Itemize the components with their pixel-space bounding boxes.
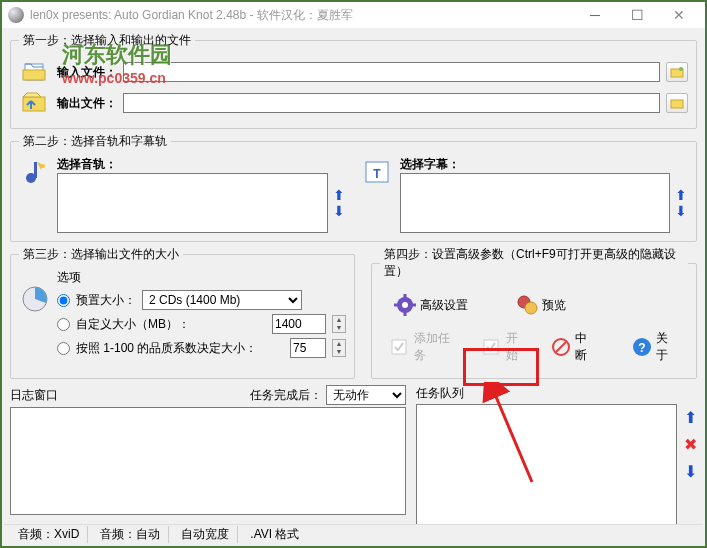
subtitle-down-button[interactable]: ⬇ [674,204,688,218]
step2-group: 第二步：选择音轨和字幕轨 选择音轨： ⬆ ⬇ [10,133,697,242]
svg-text:?: ? [638,341,645,355]
output-file-label: 输出文件： [57,95,117,112]
preset-size-label: 预置大小： [76,292,136,309]
log-textarea[interactable] [10,407,406,515]
folder-icon [670,97,684,109]
svg-point-3 [679,67,683,71]
quality-field[interactable]: 75 [290,338,326,358]
browse-input-button[interactable] [666,62,688,82]
svg-point-13 [402,302,408,308]
abort-button[interactable]: 中断 [546,328,603,366]
svg-text:T: T [373,167,381,181]
preset-size-radio[interactable] [57,294,70,307]
titlebar: len0x presents: Auto Gordian Knot 2.48b … [2,2,705,28]
window-title: len0x presents: Auto Gordian Knot 2.48b … [30,7,575,24]
browse-output-button[interactable] [666,93,688,113]
audio-track-label: 选择音轨： [57,156,346,173]
maximize-button[interactable]: ☐ [617,4,657,26]
audio-down-button[interactable]: ⬇ [332,204,346,218]
svg-rect-1 [23,70,45,80]
audio-up-button[interactable]: ⬆ [332,188,346,202]
add-task-icon [388,336,410,358]
log-title: 日志窗口 [10,387,58,404]
subtitle-track-list[interactable] [400,173,671,233]
queue-up-button[interactable]: ⬆ [684,408,697,427]
svg-rect-5 [671,100,683,108]
status-width: 自动宽度 [173,526,238,543]
custom-size-label: 自定义大小（MB）： [76,316,190,333]
custom-size-field[interactable]: 1400 [272,314,326,334]
minimize-button[interactable]: ─ [575,4,615,26]
svg-point-19 [525,302,537,314]
status-format: .AVI 格式 [242,526,307,543]
gear-icon [394,294,416,316]
statusbar: 音频：XviD 音频：自动 自动宽度 .AVI 格式 [4,524,703,544]
subtitle-track-label: 选择字幕： [400,156,689,173]
after-task-select[interactable]: 无动作 [326,385,406,405]
app-icon [8,7,24,23]
preview-button[interactable]: 预览 [512,292,570,318]
svg-line-23 [556,342,566,352]
after-task-label: 任务完成后： [250,387,322,404]
quality-label: 按照 1-100 的品质系数决定大小： [76,340,257,357]
film-icon [516,294,538,316]
output-file-icon [19,89,51,117]
audio-track-list[interactable] [57,173,328,233]
size-icon [19,283,51,315]
input-file-icon [19,58,51,86]
queue-list[interactable] [416,404,677,534]
quality-radio[interactable] [57,342,70,355]
advanced-settings-button[interactable]: 高级设置 [390,292,472,318]
input-file-label: 输入文件： [57,64,117,81]
step1-group: 第一步：选择输入和输出的文件 输入文件： 输出文件： [10,32,697,129]
folder-open-icon [670,66,684,78]
step4-group: 第四步：设置高级参数（Ctrl+F9可打开更高级的隐藏设置） 高级设置 预览 添… [371,246,697,379]
step4-legend: 第四步：设置高级参数（Ctrl+F9可打开更高级的隐藏设置） [380,246,688,280]
queue-title: 任务队列 [416,386,464,400]
step2-legend: 第二步：选择音轨和字幕轨 [19,133,171,150]
queue-delete-button[interactable]: ✖ [684,435,697,454]
about-button[interactable]: ? 关于 [627,328,684,366]
custom-size-radio[interactable] [57,318,70,331]
input-file-field[interactable] [123,62,660,82]
add-task-button[interactable]: 添加任务 [384,328,465,366]
custom-size-spinner[interactable]: ▲▼ [332,315,346,333]
play-icon [481,336,503,358]
audio-icon [19,156,51,188]
svg-point-8 [41,164,45,168]
quality-spinner[interactable]: ▲▼ [332,339,346,357]
help-icon: ? [631,336,653,358]
status-video: 音频：XviD [10,526,88,543]
start-button[interactable]: 开始 [477,328,534,366]
options-label: 选项 [57,269,346,286]
preset-size-select[interactable]: 2 CDs (1400 Mb) [142,290,302,310]
subtitle-up-button[interactable]: ⬆ [674,188,688,202]
step3-legend: 第三步：选择输出文件的大小 [19,246,183,263]
output-file-field[interactable] [123,93,660,113]
close-button[interactable]: ✕ [659,4,699,26]
status-audio: 音频：自动 [92,526,169,543]
step3-group: 第三步：选择输出文件的大小 选项 预置大小： 2 CDs (1400 Mb) 自… [10,246,355,379]
svg-rect-7 [34,162,37,178]
queue-down-button[interactable]: ⬇ [684,462,697,481]
stop-icon [550,336,572,358]
subtitle-icon: T [362,156,394,188]
step1-legend: 第一步：选择输入和输出的文件 [19,32,195,49]
